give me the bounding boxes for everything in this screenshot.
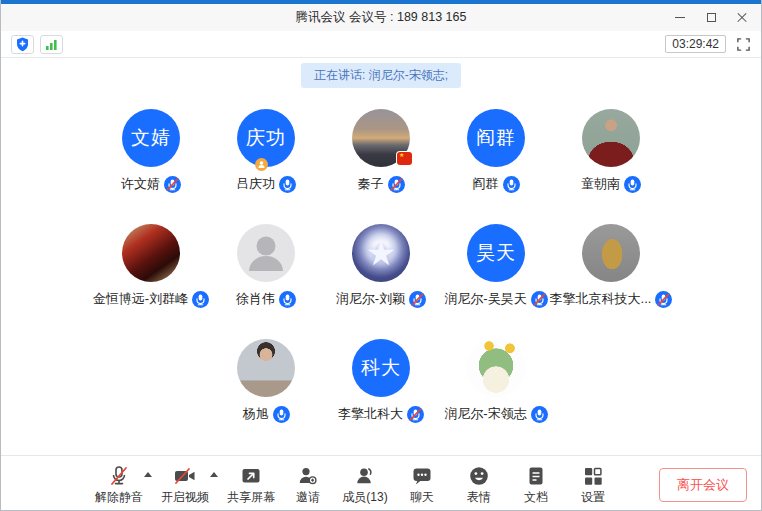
participant-name: 润尼尔-宋领志: [444, 405, 526, 423]
document-icon: [524, 463, 548, 488]
toolbar-item-label: 邀请: [296, 489, 320, 506]
mic-on-icon: [531, 406, 548, 423]
emoji-icon: [467, 463, 491, 488]
participant-cell[interactable]: 杨旭: [209, 339, 324, 423]
participant-name: 润尼尔-刘颖: [336, 290, 405, 308]
avatar: [467, 339, 525, 397]
avatar: 昊天: [467, 224, 525, 282]
participant-cell[interactable]: 昊天 润尼尔-吴昊天: [439, 224, 554, 308]
mic-on-icon: [624, 176, 641, 193]
video-dropdown-arrow[interactable]: [210, 472, 218, 477]
avatar: 阎群: [467, 109, 525, 167]
participant-name: 阎群: [473, 175, 499, 193]
participant-name-row: 李擎北京科技大...: [550, 290, 673, 308]
participant-name: 李擎北科大: [338, 405, 403, 423]
toolbar-item-label: 设置: [581, 489, 605, 506]
leave-meeting-button[interactable]: 离开会议: [659, 468, 747, 502]
flag-badge-icon: [397, 152, 412, 165]
mic-on-icon: [273, 406, 290, 423]
participant-cell[interactable]: 秦子: [324, 109, 439, 193]
participant-name-row: 阎群: [473, 175, 520, 193]
avatar: [237, 224, 295, 282]
settings-icon: [581, 463, 605, 488]
statusbar-right: 03:29:42: [665, 35, 751, 53]
participant-cell[interactable]: 润尼尔-宋领志: [439, 339, 554, 423]
participant-cell[interactable]: 徐肖伟: [209, 224, 324, 308]
toolbar-item-label: 开启视频: [161, 489, 209, 506]
participant-cell[interactable]: 文婧 许文婧: [94, 109, 209, 193]
avatar: [352, 224, 410, 282]
mic-muted-icon: [388, 176, 405, 193]
fullscreen-button[interactable]: [736, 37, 751, 52]
mic-on-icon: [279, 291, 296, 308]
host-badge-icon: [255, 158, 268, 171]
maximize-button[interactable]: [700, 8, 722, 28]
meeting-window: 腾讯会议 会议号 : 189 813 165 03:29:42: [0, 0, 762, 511]
toolbar-item-chat[interactable]: 聊天: [397, 463, 447, 506]
toolbar-item-label: 表情: [467, 489, 491, 506]
toolbar-item-label: 解除静音: [95, 489, 143, 506]
default-avatar-icon: [237, 224, 295, 282]
toolbar-item-label: 聊天: [410, 489, 434, 506]
participant-cell[interactable]: 润尼尔-刘颖: [324, 224, 439, 308]
mic-muted-icon: [531, 291, 548, 308]
meeting-timer: 03:29:42: [665, 35, 726, 53]
participant-cell[interactable]: 金恒博远-刘群峰: [94, 224, 209, 308]
avatar: [237, 339, 295, 397]
toolbar-item-label: 共享屏幕: [227, 489, 275, 506]
security-shield-icon: [16, 37, 29, 52]
participant-cell[interactable]: 童朝南: [554, 109, 669, 193]
security-shield-button[interactable]: [11, 35, 34, 54]
toolbar-item-members[interactable]: 成员(13): [340, 463, 390, 506]
maximize-icon: [707, 13, 716, 22]
chat-icon: [410, 463, 434, 488]
speaking-banner: 正在讲话: 润尼尔-宋领志;: [301, 63, 461, 88]
invite-icon: [296, 463, 320, 488]
participant-cell[interactable]: 阎群 阎群: [439, 109, 554, 193]
avatar: 文婧: [122, 109, 180, 167]
minimize-button[interactable]: [669, 8, 691, 28]
minimize-icon: [675, 17, 685, 18]
participant-name: 杨旭: [243, 405, 269, 423]
participant-name-row: 吕庆功: [236, 175, 296, 193]
window-controls: [669, 4, 753, 31]
participant-name-row: 杨旭: [243, 405, 290, 423]
toolbar-item-invite[interactable]: 邀请: [283, 463, 333, 506]
mic-muted-icon: [409, 291, 426, 308]
participant-cell[interactable]: 庆功 吕庆功: [209, 109, 324, 193]
participant-cell[interactable]: 科大 李擎北科大: [324, 339, 439, 423]
window-title: 腾讯会议 会议号 : 189 813 165: [296, 9, 467, 26]
toolbar-item-share-screen[interactable]: 共享屏幕: [226, 463, 276, 506]
network-signal-icon: [45, 38, 58, 51]
toolbar-item-emoji[interactable]: 表情: [454, 463, 504, 506]
members-icon: [353, 463, 377, 488]
network-signal-button[interactable]: [40, 35, 63, 54]
toolbar-item-start-video[interactable]: 开启视频: [160, 463, 210, 506]
fullscreen-icon: [736, 37, 751, 52]
participant-name-row: 润尼尔-吴昊天: [444, 290, 547, 308]
meeting-main-area: 正在讲话: 润尼尔-宋领志; 文婧 许文婧: [1, 58, 761, 455]
avatar: [582, 109, 640, 167]
avatar: [582, 224, 640, 282]
toolbar-item-settings[interactable]: 设置: [568, 463, 618, 506]
participant-name-row: 许文婧: [121, 175, 181, 193]
mic-dropdown-arrow[interactable]: [144, 472, 152, 477]
toolbar-item-docs[interactable]: 文档: [511, 463, 561, 506]
participant-name: 徐肖伟: [236, 290, 275, 308]
participant-name-row: 童朝南: [581, 175, 641, 193]
mic-on-icon: [503, 176, 520, 193]
participant-cell[interactable]: 李擎北京科技大...: [554, 224, 669, 308]
mic-off-icon: [107, 463, 131, 488]
avatar: 科大: [352, 339, 410, 397]
participant-grid: 文婧 许文婧: [88, 109, 674, 454]
participant-name: 李擎北京科技大...: [550, 290, 652, 308]
close-icon: [737, 13, 747, 23]
toolbar-item-label: 文档: [524, 489, 548, 506]
toolbar-item-unmute[interactable]: 解除静音: [94, 463, 144, 506]
mic-muted-icon: [655, 291, 672, 308]
camera-off-icon: [172, 463, 198, 488]
close-button[interactable]: [731, 8, 753, 28]
participant-name: 润尼尔-吴昊天: [444, 290, 526, 308]
participant-name-row: 李擎北科大: [338, 405, 424, 423]
mic-muted-icon: [407, 406, 424, 423]
